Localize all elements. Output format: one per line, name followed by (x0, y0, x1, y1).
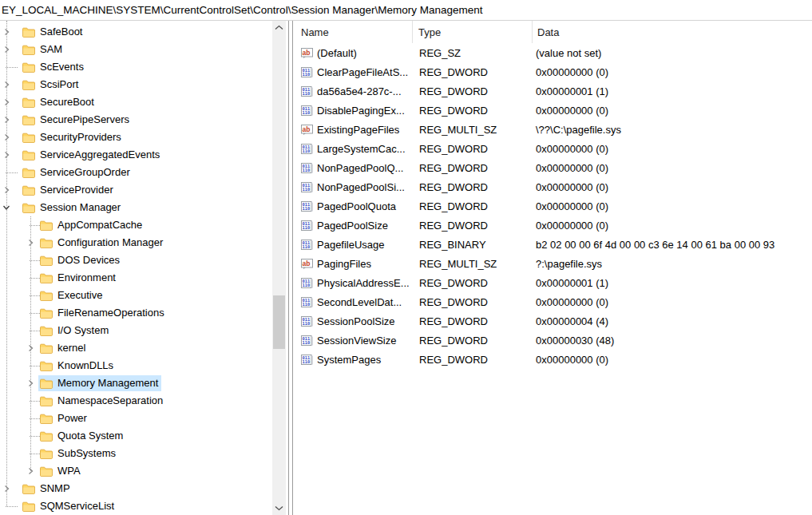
tree-key[interactable]: FileRenameOperations (38, 305, 168, 321)
value-row-physicaladdresse-[interactable]: 011 110 PhysicalAddressE...REG_DWORD0x00… (293, 273, 812, 292)
address-bar[interactable]: EY_LOCAL_MACHINE\SYSTEM\CurrentControlSe… (0, 0, 812, 21)
value-row-pagingfiles[interactable]: ab PagingFilesREG_MULTI_SZ?:\pagefile.sy… (293, 254, 812, 273)
expand-expander[interactable] (1, 132, 12, 143)
tree-key[interactable]: SecureBoot (21, 94, 97, 110)
tree-key[interactable]: Environment (38, 270, 119, 286)
value-row-secondleveldat-[interactable]: 011 110 SecondLevelDat...REG_DWORD0x0000… (293, 292, 812, 311)
tree-key[interactable]: ServiceGroupOrder (21, 164, 133, 180)
value-name-cell[interactable]: ab ExistingPageFiles (293, 124, 413, 136)
value-row-pagefileusage[interactable]: 011 110 PagefileUsageREG_BINARYb2 02 00 … (293, 235, 812, 254)
tree-key[interactable]: SAM (21, 42, 65, 57)
tree-key[interactable]: ServiceProvider (21, 182, 117, 198)
expand-expander[interactable] (25, 237, 36, 248)
tree-item-sqmservicelist[interactable]: SQMServiceList (0, 497, 272, 515)
column-header-type[interactable]: Type (413, 21, 533, 43)
value-name-cell[interactable]: 011 110 DisablePagingEx... (293, 105, 413, 117)
value-name-cell[interactable]: 011 110 PagefileUsage (293, 239, 413, 251)
tree-key[interactable]: ScsiPort (21, 77, 81, 93)
tree-item-configuration-manager[interactable]: Configuration Manager (0, 234, 272, 252)
selected-tree-key[interactable]: Memory Management (38, 375, 161, 391)
tree-item-serviceprovider[interactable]: ServiceProvider (0, 181, 272, 199)
tree-item-environment[interactable]: Environment (0, 269, 272, 287)
expand-expander[interactable] (1, 79, 12, 90)
value-row-sessionviewsize[interactable]: 011 110 SessionViewSizeREG_DWORD0x000000… (293, 331, 812, 350)
scroll-up-button[interactable] (272, 21, 286, 34)
scroll-down-button[interactable] (272, 501, 286, 515)
value-name-cell[interactable]: 011 110 NonPagedPoolSi... (293, 181, 413, 193)
value-row-pagedpoolsize[interactable]: 011 110 PagedPoolSizeREG_DWORD0x00000000… (293, 216, 812, 235)
value-name-cell[interactable]: 011 110 LargeSystemCac... (293, 143, 413, 155)
tree-key[interactable]: ScEvents (21, 59, 87, 75)
tree-vertical-scrollbar[interactable] (272, 21, 286, 515)
tree-key[interactable]: Configuration Manager (38, 235, 166, 251)
value-name-cell[interactable]: 011 110 NonPagedPoolQ... (293, 162, 413, 174)
value-row-nonpagedpoolq-[interactable]: 011 110 NonPagedPoolQ...REG_DWORD0x00000… (293, 158, 812, 177)
column-header-data[interactable]: Data (533, 21, 812, 43)
tree-key[interactable]: SecurityProviders (21, 129, 125, 145)
tree-key[interactable]: Quota System (38, 428, 126, 444)
tree-key[interactable]: AppCompatCache (38, 217, 145, 233)
value-row-existingpagefiles[interactable]: ab ExistingPageFilesREG_MULTI_SZ\??\C:\p… (293, 120, 812, 139)
tree-key[interactable]: SubSystems (38, 446, 119, 462)
value-name-cell[interactable]: 011 110 PagedPoolSize (293, 220, 413, 232)
tree-item-securepipeservers[interactable]: SecurePipeServers (0, 111, 272, 129)
tree-item-scevents[interactable]: ScEvents (0, 58, 272, 76)
expand-expander[interactable] (1, 114, 12, 125)
value-name-cell[interactable]: 011 110 SessionPoolSize (293, 315, 413, 327)
tree-key[interactable]: kernel (38, 340, 89, 356)
tree-key[interactable]: NamespaceSeparation (38, 393, 166, 409)
value-row-pagedpoolquota[interactable]: 011 110 PagedPoolQuotaREG_DWORD0x0000000… (293, 196, 812, 216)
tree-key[interactable]: Power (38, 410, 90, 426)
tree-key[interactable]: DOS Devices (38, 252, 123, 268)
tree-item-secureboot[interactable]: SecureBoot (0, 93, 272, 111)
tree-item-knowndlls[interactable]: KnownDLLs (0, 357, 272, 374)
tree-key[interactable]: KnownDLLs (38, 358, 117, 374)
tree-item-servicegrouporder[interactable]: ServiceGroupOrder (0, 164, 272, 181)
tree-item-executive[interactable]: Executive (0, 287, 272, 304)
value-name-cell[interactable]: 011 110 SessionViewSize (293, 335, 413, 347)
registry-path[interactable]: EY_LOCAL_MACHINE\SYSTEM\CurrentControlSe… (0, 4, 483, 16)
tree-item-filerenameoperations[interactable]: FileRenameOperations (0, 304, 272, 322)
tree-key[interactable]: SafeBoot (21, 24, 86, 40)
tree-item-scsiport[interactable]: ScsiPort (0, 76, 272, 93)
tree-item-i-o-system[interactable]: I/O System (0, 322, 272, 339)
value-name-cell[interactable]: ab (Default) (293, 47, 413, 59)
tree-key[interactable]: I/O System (38, 323, 112, 339)
tree-item-memory-management[interactable]: Memory Management (0, 374, 272, 392)
expand-expander[interactable] (1, 97, 12, 108)
tree-item-subsystems[interactable]: SubSystems (0, 445, 272, 462)
collapse-expander[interactable] (1, 202, 12, 213)
value-row-largesystemcac-[interactable]: 011 110 LargeSystemCac...REG_DWORD0x0000… (293, 139, 812, 158)
expand-expander[interactable] (25, 465, 36, 477)
expand-expander[interactable] (25, 378, 36, 389)
tree-item-snmp[interactable]: SNMP (0, 480, 272, 497)
tree-item-securityproviders[interactable]: SecurityProviders (0, 129, 272, 146)
value-name-cell[interactable]: 011 110 da56a5e4-287c-... (293, 85, 413, 97)
value-row-sessionpoolsize[interactable]: 011 110 SessionPoolSizeREG_DWORD0x000000… (293, 311, 812, 331)
expand-expander[interactable] (1, 26, 12, 38)
value-name-cell[interactable]: 011 110 SystemPages (293, 354, 413, 366)
tree-key[interactable]: SNMP (21, 481, 73, 497)
scrollbar-thumb[interactable] (273, 295, 285, 349)
value-row-nonpagedpoolsi-[interactable]: 011 110 NonPagedPoolSi...REG_DWORD0x0000… (293, 177, 812, 196)
tree-item-power[interactable]: Power (0, 410, 272, 427)
expand-expander[interactable] (1, 483, 12, 494)
tree-key[interactable]: SecurePipeServers (21, 112, 133, 128)
tree-key[interactable]: Executive (38, 287, 105, 303)
tree-key[interactable]: SQMServiceList (21, 498, 117, 514)
value-name-cell[interactable]: 011 110 PhysicalAddressE... (293, 277, 413, 289)
tree-item-quota-system[interactable]: Quota System (0, 427, 272, 445)
expand-expander[interactable] (1, 149, 12, 160)
value-row-clearpagefileats-[interactable]: 011 110 ClearPageFileAtS...REG_DWORD0x00… (293, 62, 812, 81)
tree-item-serviceaggregatedevents[interactable]: ServiceAggregatedEvents (0, 146, 272, 164)
column-header-name[interactable]: Name (293, 21, 413, 43)
tree-key[interactable]: Session Manager (21, 200, 124, 216)
value-name-cell[interactable]: ab PagingFiles (293, 258, 413, 270)
value-row-systempages[interactable]: 011 110 SystemPagesREG_DWORD0x00000000 (… (293, 350, 812, 369)
value-row--default-[interactable]: ab (Default)REG_SZ(value not set) (293, 43, 812, 62)
tree-item-appcompatcache[interactable]: AppCompatCache (0, 216, 272, 234)
value-row-disablepagingex-[interactable]: 011 110 DisablePagingEx...REG_DWORD0x000… (293, 101, 812, 120)
expand-expander[interactable] (1, 44, 12, 55)
tree-item-kernel[interactable]: kernel (0, 339, 272, 357)
tree-item-wpa[interactable]: WPA (0, 462, 272, 480)
